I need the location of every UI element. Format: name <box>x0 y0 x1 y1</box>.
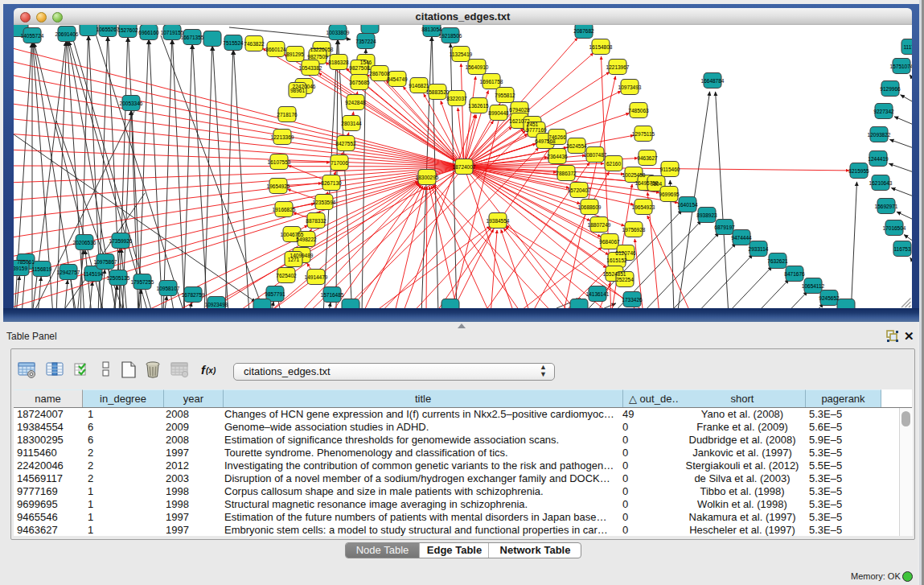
svg-text:20053346: 20053346 <box>120 101 143 106</box>
svg-text:15720407: 15720407 <box>568 187 591 193</box>
svg-text:116753: 116753 <box>893 246 911 252</box>
svg-text:9146821: 9146821 <box>409 83 429 89</box>
svg-text:9115460: 9115460 <box>660 167 680 172</box>
svg-text:10688609: 10688609 <box>578 204 602 210</box>
svg-text:16671355: 16671355 <box>181 35 204 40</box>
svg-text:8813054: 8813054 <box>421 27 442 32</box>
svg-text:8427552: 8427552 <box>335 141 356 146</box>
svg-text:8186328: 8186328 <box>328 60 349 65</box>
svg-text:6966160: 6966160 <box>138 30 159 35</box>
svg-text:7955812: 7955812 <box>495 93 515 98</box>
svg-text:16210643: 16210643 <box>869 180 893 186</box>
svg-text:7357224: 7357224 <box>355 39 376 44</box>
svg-text:19756928: 19756928 <box>622 227 646 233</box>
svg-text:10033809: 10033809 <box>326 30 350 35</box>
svg-text:17957255: 17957255 <box>131 279 154 285</box>
svg-text:785061: 785061 <box>17 259 35 265</box>
svg-text:15524851: 15524851 <box>603 271 626 277</box>
svg-text:9245652: 9245652 <box>819 295 840 301</box>
svg-text:9827509: 9827509 <box>307 54 328 60</box>
svg-text:9804: 9804 <box>651 181 663 187</box>
svg-text:8454749: 8454749 <box>387 76 408 82</box>
svg-text:19166825: 19166825 <box>273 207 296 212</box>
svg-text:62160: 62160 <box>606 161 621 167</box>
svg-text:14914479: 14914479 <box>305 274 328 280</box>
svg-text:8215955: 8215955 <box>848 168 869 174</box>
svg-text:9827508: 9827508 <box>349 65 370 71</box>
svg-text:9699695: 9699695 <box>659 192 680 197</box>
svg-text:6794028: 6794028 <box>509 107 530 113</box>
svg-text:15692971: 15692971 <box>875 204 898 209</box>
svg-text:10923498: 10923498 <box>205 302 228 307</box>
svg-text:11170: 11170 <box>903 44 912 50</box>
svg-text:20206536: 20206536 <box>73 240 97 245</box>
svg-text:7515524: 7515524 <box>223 40 244 46</box>
svg-text:12213369: 12213369 <box>271 134 294 140</box>
svg-text:12505135: 12505135 <box>107 275 130 281</box>
svg-text:9463627: 9463627 <box>637 155 658 161</box>
svg-text:11325419: 11325419 <box>450 51 473 57</box>
svg-text:2364436: 2364436 <box>547 154 568 159</box>
svg-text:16107553: 16107553 <box>268 159 291 165</box>
svg-text:18724007: 18724007 <box>453 164 476 170</box>
svg-text:16782759: 16782759 <box>182 292 205 298</box>
svg-text:7625402: 7625402 <box>276 273 297 278</box>
svg-text:2933114: 2933114 <box>749 246 769 252</box>
svg-text:5498222: 5498222 <box>296 237 317 242</box>
svg-text:13226058: 13226058 <box>310 47 334 52</box>
svg-text:18300295: 18300295 <box>416 175 439 180</box>
svg-text:19654923: 19654923 <box>632 204 655 210</box>
svg-text:14055724: 14055724 <box>21 33 44 39</box>
svg-text:39159: 39159 <box>14 266 27 271</box>
svg-text:12975115: 12975115 <box>632 131 655 137</box>
svg-text:9857791: 9857791 <box>265 291 285 297</box>
svg-text:10543382: 10543382 <box>299 65 322 71</box>
svg-text:19218506: 19218506 <box>439 33 462 39</box>
svg-text:6879197: 6879197 <box>714 225 735 230</box>
svg-text:9242848: 9242848 <box>345 100 366 105</box>
svg-text:8938923: 8938923 <box>696 212 717 218</box>
svg-text:19384554: 19384554 <box>487 218 510 224</box>
svg-text:2867608: 2867608 <box>369 71 390 76</box>
svg-text:10654112: 10654112 <box>802 283 825 289</box>
svg-text:1640154: 1640154 <box>677 202 698 208</box>
svg-text:19654925: 19654925 <box>267 183 290 189</box>
svg-text:15640910: 15640910 <box>466 64 489 70</box>
svg-text:2803144: 2803144 <box>341 121 362 126</box>
svg-text:1733426: 1733426 <box>622 297 643 303</box>
svg-text:6120746: 6120746 <box>615 250 636 256</box>
svg-text:3624554: 3624554 <box>566 143 587 149</box>
svg-text:891295: 891295 <box>286 51 304 57</box>
svg-text:8990448: 8990448 <box>488 110 509 116</box>
svg-text:8878332: 8878332 <box>306 218 326 224</box>
svg-text:9684067: 9684067 <box>599 239 620 245</box>
svg-text:2087682: 2087682 <box>573 28 594 34</box>
svg-text:1546: 1546 <box>360 60 372 65</box>
svg-text:8660124: 8660124 <box>265 47 286 52</box>
svg-text:8471676: 8471676 <box>784 271 805 277</box>
svg-text:8322037: 8322037 <box>446 96 467 101</box>
svg-text:(x): (x) <box>206 366 216 375</box>
svg-text:9129966: 9129966 <box>880 86 901 92</box>
svg-text:12942757: 12942757 <box>57 270 80 275</box>
svg-text:7463822: 7463822 <box>244 41 265 47</box>
svg-text:18807249: 18807249 <box>588 222 611 228</box>
svg-text:15716485: 15716485 <box>321 292 344 298</box>
svg-text:7886372: 7886372 <box>556 171 577 176</box>
svg-text:252254: 252254 <box>616 277 634 282</box>
svg-text:20691406: 20691406 <box>55 31 79 37</box>
svg-text:1527602: 1527602 <box>117 27 138 33</box>
svg-text:3675685: 3675685 <box>349 80 370 85</box>
svg-text:10807487: 10807487 <box>584 152 607 158</box>
svg-text:12353594: 12353594 <box>313 200 336 205</box>
svg-text:16154808: 16154808 <box>589 44 613 50</box>
svg-text:12213967: 12213967 <box>606 64 630 70</box>
svg-text:17016504: 17016504 <box>883 225 906 231</box>
svg-text:9474444: 9474444 <box>731 235 752 241</box>
svg-text:9227342: 9227342 <box>873 109 894 114</box>
svg-text:2718176: 2718176 <box>277 112 298 117</box>
svg-text:10973493: 10973493 <box>618 84 642 90</box>
svg-text:16961758: 16961758 <box>480 79 503 84</box>
svg-text:16648784: 16648784 <box>701 78 725 84</box>
svg-text:12093822: 12093822 <box>868 132 891 138</box>
